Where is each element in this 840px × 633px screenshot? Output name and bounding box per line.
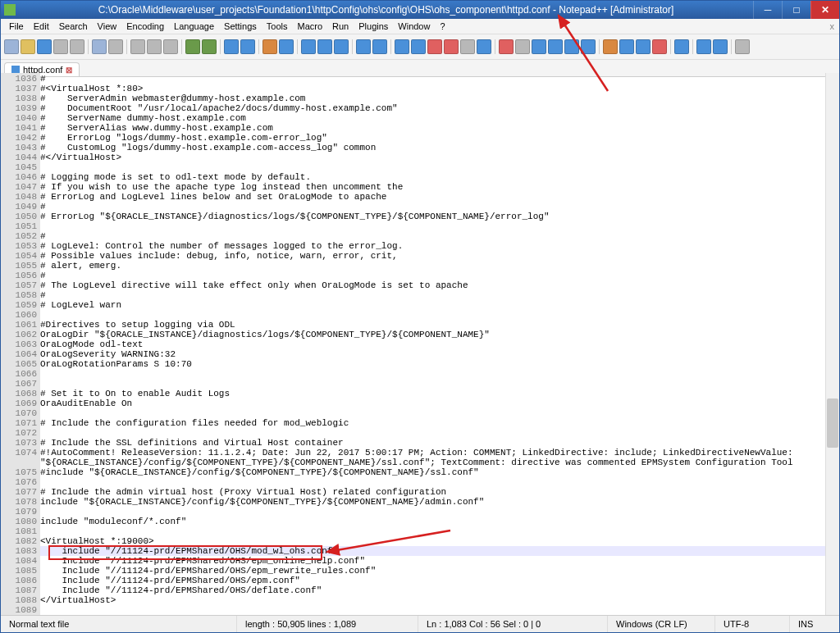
toolbar-button-33[interactable] bbox=[460, 39, 475, 54]
scroll-thumb[interactable] bbox=[827, 398, 838, 448]
code-line[interactable]: <VirtualHost *:19000> bbox=[40, 536, 825, 546]
toolbar-button-0[interactable] bbox=[4, 39, 19, 54]
toolbar-button-45[interactable] bbox=[636, 39, 651, 54]
code-line[interactable] bbox=[40, 408, 825, 418]
code-line[interactable]: OraLogDir "${ORACLE_INSTANCE}/diagnostic… bbox=[40, 330, 825, 339]
code-line[interactable]: # ErrorLog "logs/dummy-host.example.com-… bbox=[40, 133, 825, 143]
menu-window[interactable]: Window bbox=[393, 21, 435, 31]
toolbar-button-38[interactable] bbox=[532, 39, 546, 54]
code-line[interactable]: include "moduleconf/*.conf" bbox=[40, 517, 825, 526]
code-line[interactable] bbox=[40, 605, 825, 615]
toolbar-button-26[interactable] bbox=[356, 39, 371, 54]
code-line[interactable] bbox=[40, 477, 825, 487]
toolbar-button-51[interactable] bbox=[713, 39, 728, 54]
menu-settings[interactable]: Settings bbox=[219, 21, 262, 31]
menubar-close-icon[interactable]: x bbox=[830, 21, 835, 31]
toolbar-button-32[interactable] bbox=[444, 39, 459, 54]
toolbar-button-6[interactable] bbox=[92, 39, 107, 54]
toolbar-button-13[interactable] bbox=[185, 39, 200, 54]
toolbar-button-4[interactable] bbox=[70, 39, 84, 54]
minimize-button[interactable]: ─ bbox=[753, 1, 782, 19]
vertical-scrollbar[interactable] bbox=[825, 73, 839, 616]
code-line[interactable]: # Include the admin virtual host (Proxy … bbox=[40, 487, 825, 497]
status-encoding[interactable]: UTF-8 bbox=[715, 616, 790, 632]
code-line[interactable] bbox=[40, 507, 825, 517]
code-line[interactable]: Include "//11124-prd/EPMShared/OHS/epm_o… bbox=[40, 556, 825, 566]
toolbar-button-53[interactable] bbox=[735, 39, 750, 54]
code-line[interactable]: OraLogSeverity WARNING:32 bbox=[40, 349, 825, 359]
code-line[interactable]: # ServerAlias www.dummy-host.example.com bbox=[40, 123, 825, 133]
toolbar-button-29[interactable] bbox=[395, 39, 409, 54]
code-line[interactable] bbox=[40, 526, 825, 536]
menu-file[interactable]: File bbox=[4, 21, 29, 31]
close-button[interactable]: ✕ bbox=[810, 1, 839, 19]
toolbar-button-40[interactable] bbox=[564, 39, 579, 54]
code-line[interactable]: Include "//11124-prd/EPMShared/OHS/defla… bbox=[40, 585, 825, 595]
toolbar-button-48[interactable] bbox=[674, 39, 689, 54]
menu-search[interactable]: Search bbox=[54, 21, 93, 31]
toolbar-button-14[interactable] bbox=[202, 39, 217, 54]
toolbar-button-1[interactable] bbox=[21, 39, 35, 54]
toolbar-button-7[interactable] bbox=[108, 39, 123, 54]
code-line[interactable]: # ErrorLog and LogLevel lines below and … bbox=[40, 192, 825, 202]
toolbar-button-41[interactable] bbox=[581, 39, 596, 54]
toolbar-button-20[interactable] bbox=[279, 39, 294, 54]
code-line[interactable]: #<VirtualHost *:80> bbox=[40, 84, 825, 93]
code-line[interactable]: include "${ORACLE_INSTANCE}/config/${COM… bbox=[40, 497, 825, 507]
menu-tools[interactable]: Tools bbox=[262, 21, 293, 31]
code-line[interactable]: OraAuditEnable On bbox=[40, 398, 825, 408]
toolbar-button-17[interactable] bbox=[240, 39, 255, 54]
toolbar-button-30[interactable] bbox=[411, 39, 426, 54]
code-line[interactable]: # Possible values include: debug, info, … bbox=[40, 251, 825, 261]
toolbar-button-10[interactable] bbox=[147, 39, 162, 54]
code-line[interactable]: # alert, emerg. bbox=[40, 261, 825, 271]
toolbar-button-22[interactable] bbox=[301, 39, 316, 54]
status-insert[interactable]: INS bbox=[790, 616, 839, 632]
code-line[interactable]: # DocumentRoot "/usr/local/apache2/docs/… bbox=[40, 103, 825, 113]
code-line[interactable]: # ServerAdmin webmaster@dummy-host.examp… bbox=[40, 93, 825, 103]
toolbar-button-37[interactable] bbox=[515, 39, 530, 54]
code-line[interactable] bbox=[40, 379, 825, 389]
code-line[interactable] bbox=[40, 369, 825, 379]
code-line[interactable]: # The LogLevel directive will take effec… bbox=[40, 280, 825, 290]
menu-macro[interactable]: Macro bbox=[292, 21, 327, 31]
menu-encoding[interactable]: Encoding bbox=[121, 21, 169, 31]
toolbar-button-36[interactable] bbox=[499, 39, 514, 54]
code-line[interactable]: # Include the SSL definitions and Virtua… bbox=[40, 438, 825, 448]
code-line[interactable]: # CustomLog "logs/dummy-host.example.com… bbox=[40, 143, 825, 153]
code-line[interactable]: # ServerName dummy-host.example.com bbox=[40, 113, 825, 123]
menu-plugins[interactable]: Plugins bbox=[354, 21, 393, 31]
code-line[interactable]: # bbox=[40, 231, 825, 241]
code-line[interactable] bbox=[40, 162, 825, 172]
code-line[interactable]: # bbox=[40, 290, 825, 300]
toolbar-button-39[interactable] bbox=[548, 39, 563, 54]
code-line[interactable]: # LogLevel warn bbox=[40, 300, 825, 310]
code-line[interactable]: Include "//11124-prd/EPMShared/OHS/epm_r… bbox=[40, 566, 825, 576]
code-line[interactable]: OraLogMode odl-text bbox=[40, 339, 825, 349]
code-line[interactable]: #Directives to setup logging via ODL bbox=[40, 320, 825, 330]
status-eol[interactable]: Windows (CR LF) bbox=[608, 616, 715, 632]
menu-view[interactable]: View bbox=[93, 21, 122, 31]
code-line[interactable]: # Set it to On to enable Audit Logs bbox=[40, 389, 825, 398]
code-line[interactable]: Include "//11124-prd/EPMShared/OHS/epm.c… bbox=[40, 576, 825, 585]
menu-help[interactable]: ? bbox=[435, 21, 450, 31]
code-line[interactable]: #include "${ORACLE_INSTANCE}/config/${CO… bbox=[40, 467, 825, 477]
toolbar-button-44[interactable] bbox=[619, 39, 634, 54]
toolbar-button-27[interactable] bbox=[372, 39, 387, 54]
toolbar-button-19[interactable] bbox=[262, 39, 277, 54]
toolbar-button-34[interactable] bbox=[477, 39, 491, 54]
code-line[interactable]: OraLogRotationParams S 10:70 bbox=[40, 359, 825, 369]
menu-run[interactable]: Run bbox=[327, 21, 354, 31]
toolbar-button-31[interactable] bbox=[427, 39, 442, 54]
toolbar-button-11[interactable] bbox=[163, 39, 178, 54]
code-line[interactable] bbox=[40, 221, 825, 231]
code-line[interactable]: # If you wish to use the apache type log… bbox=[40, 182, 825, 192]
code-line[interactable]: </VirtualHost> bbox=[40, 595, 825, 605]
code-line[interactable] bbox=[40, 428, 825, 438]
code-line[interactable]: # Include the configuration files needed… bbox=[40, 418, 825, 428]
code-line[interactable]: # LogLevel: Control the number of messag… bbox=[40, 241, 825, 251]
code-line[interactable]: # ErrorLog "${ORACLE_INSTANCE}/diagnosti… bbox=[40, 212, 825, 221]
code-line[interactable]: #</VirtualHost> bbox=[40, 153, 825, 162]
menu-edit[interactable]: Edit bbox=[29, 21, 54, 31]
toolbar-button-2[interactable] bbox=[37, 39, 52, 54]
